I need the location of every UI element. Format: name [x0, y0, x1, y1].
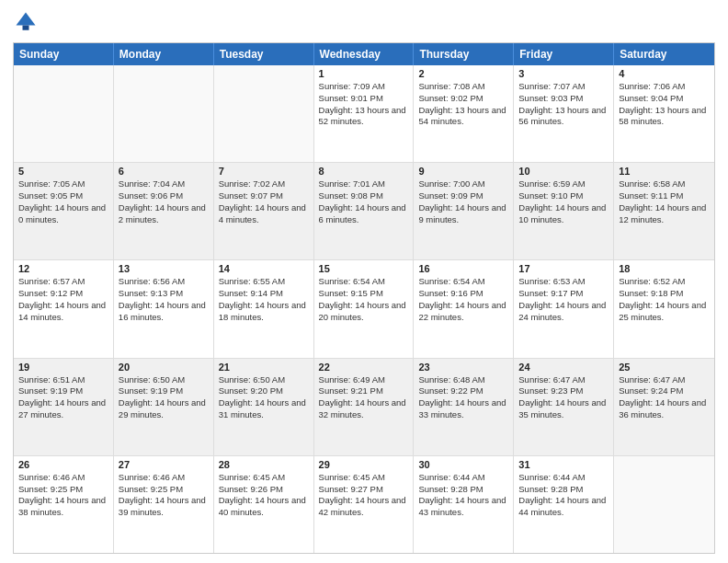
cell-info: Sunrise: 6:44 AMSunset: 9:28 PMDaylight:… — [418, 472, 508, 519]
day-number: 17 — [518, 263, 609, 274]
calendar-cell: 24Sunrise: 6:47 AMSunset: 9:23 PMDayligh… — [514, 359, 614, 455]
day-number: 8 — [319, 166, 409, 177]
day-number: 12 — [18, 263, 108, 274]
day-number: 3 — [518, 68, 609, 79]
day-number: 9 — [418, 166, 508, 177]
header-day-thursday: Thursday — [414, 43, 514, 65]
calendar-cell: 26Sunrise: 6:46 AMSunset: 9:25 PMDayligh… — [14, 456, 114, 553]
calendar-cell: 17Sunrise: 6:53 AMSunset: 9:17 PMDayligh… — [514, 260, 614, 357]
day-number: 11 — [619, 166, 710, 177]
cell-info: Sunrise: 6:49 AMSunset: 9:21 PMDaylight:… — [319, 374, 409, 421]
calendar-cell: 16Sunrise: 6:54 AMSunset: 9:16 PMDayligh… — [414, 260, 514, 357]
day-number: 25 — [619, 362, 710, 373]
day-number: 5 — [18, 166, 108, 177]
cell-info: Sunrise: 6:45 AMSunset: 9:26 PMDaylight:… — [219, 472, 309, 519]
cell-info: Sunrise: 6:50 AMSunset: 9:20 PMDaylight:… — [219, 374, 309, 421]
day-number: 15 — [319, 263, 409, 274]
day-number: 21 — [219, 362, 309, 373]
calendar-row-1: 5Sunrise: 7:05 AMSunset: 9:05 PMDaylight… — [14, 162, 714, 259]
calendar-cell: 15Sunrise: 6:54 AMSunset: 9:15 PMDayligh… — [314, 260, 415, 357]
calendar-cell: 21Sunrise: 6:50 AMSunset: 9:20 PMDayligh… — [214, 359, 314, 455]
calendar-row-2: 12Sunrise: 6:57 AMSunset: 9:12 PMDayligh… — [14, 259, 714, 357]
cell-info: Sunrise: 7:04 AMSunset: 9:06 PMDaylight:… — [119, 178, 209, 225]
cell-info: Sunrise: 6:46 AMSunset: 9:25 PMDaylight:… — [119, 472, 209, 519]
header — [13, 9, 715, 35]
header-day-friday: Friday — [514, 43, 614, 65]
day-number: 10 — [518, 166, 609, 177]
calendar-cell: 28Sunrise: 6:45 AMSunset: 9:26 PMDayligh… — [214, 456, 314, 553]
day-number: 20 — [119, 362, 209, 373]
cell-info: Sunrise: 6:52 AMSunset: 9:18 PMDaylight:… — [619, 276, 710, 323]
calendar-cell: 29Sunrise: 6:45 AMSunset: 9:27 PMDayligh… — [314, 456, 415, 553]
calendar-cell: 18Sunrise: 6:52 AMSunset: 9:18 PMDayligh… — [614, 260, 714, 357]
calendar-cell: 6Sunrise: 7:04 AMSunset: 9:06 PMDaylight… — [114, 163, 214, 259]
calendar-cell: 3Sunrise: 7:07 AMSunset: 9:03 PMDaylight… — [514, 65, 614, 162]
calendar-cell: 5Sunrise: 7:05 AMSunset: 9:05 PMDaylight… — [14, 163, 114, 259]
calendar-cell: 30Sunrise: 6:44 AMSunset: 9:28 PMDayligh… — [414, 456, 514, 553]
calendar-row-4: 26Sunrise: 6:46 AMSunset: 9:25 PMDayligh… — [14, 455, 714, 553]
calendar-cell — [614, 456, 714, 553]
cell-info: Sunrise: 7:05 AMSunset: 9:05 PMDaylight:… — [18, 178, 108, 225]
cell-info: Sunrise: 6:59 AMSunset: 9:10 PMDaylight:… — [518, 178, 609, 225]
cell-info: Sunrise: 6:45 AMSunset: 9:27 PMDaylight:… — [319, 472, 409, 519]
cell-info: Sunrise: 6:54 AMSunset: 9:16 PMDaylight:… — [418, 276, 508, 323]
calendar-cell: 13Sunrise: 6:56 AMSunset: 9:13 PMDayligh… — [114, 260, 214, 357]
calendar-cell: 22Sunrise: 6:49 AMSunset: 9:21 PMDayligh… — [314, 359, 415, 455]
cell-info: Sunrise: 6:58 AMSunset: 9:11 PMDaylight:… — [619, 178, 710, 225]
calendar-cell: 20Sunrise: 6:50 AMSunset: 9:19 PMDayligh… — [114, 359, 214, 455]
day-number: 18 — [619, 263, 710, 274]
day-number: 31 — [518, 459, 609, 470]
calendar-cell: 31Sunrise: 6:44 AMSunset: 9:28 PMDayligh… — [514, 456, 614, 553]
day-number: 1 — [319, 68, 409, 79]
cell-info: Sunrise: 7:00 AMSunset: 9:09 PMDaylight:… — [418, 178, 508, 225]
calendar-cell: 9Sunrise: 7:00 AMSunset: 9:09 PMDaylight… — [414, 163, 514, 259]
logo — [13, 9, 42, 35]
day-number: 6 — [119, 166, 209, 177]
day-number: 27 — [119, 459, 209, 470]
calendar-cell: 11Sunrise: 6:58 AMSunset: 9:11 PMDayligh… — [614, 163, 714, 259]
day-number: 13 — [119, 263, 209, 274]
calendar: SundayMondayTuesdayWednesdayThursdayFrid… — [13, 42, 715, 554]
calendar-body: 1Sunrise: 7:09 AMSunset: 9:01 PMDaylight… — [14, 65, 714, 553]
header-day-wednesday: Wednesday — [314, 43, 415, 65]
logo-icon — [13, 9, 39, 35]
page: SundayMondayTuesdayWednesdayThursdayFrid… — [0, 0, 728, 563]
calendar-cell: 2Sunrise: 7:08 AMSunset: 9:02 PMDaylight… — [414, 65, 514, 162]
svg-rect-1 — [23, 26, 29, 30]
calendar-cell: 12Sunrise: 6:57 AMSunset: 9:12 PMDayligh… — [14, 260, 114, 357]
calendar-cell: 23Sunrise: 6:48 AMSunset: 9:22 PMDayligh… — [414, 359, 514, 455]
cell-info: Sunrise: 7:01 AMSunset: 9:08 PMDaylight:… — [319, 178, 409, 225]
calendar-cell — [214, 65, 314, 162]
day-number: 14 — [219, 263, 309, 274]
calendar-cell — [114, 65, 214, 162]
cell-info: Sunrise: 6:46 AMSunset: 9:25 PMDaylight:… — [18, 472, 108, 519]
header-day-monday: Monday — [114, 43, 214, 65]
day-number: 23 — [418, 362, 508, 373]
day-number: 28 — [219, 459, 309, 470]
calendar-cell: 10Sunrise: 6:59 AMSunset: 9:10 PMDayligh… — [514, 163, 614, 259]
calendar-cell: 27Sunrise: 6:46 AMSunset: 9:25 PMDayligh… — [114, 456, 214, 553]
cell-info: Sunrise: 6:57 AMSunset: 9:12 PMDaylight:… — [18, 276, 108, 323]
cell-info: Sunrise: 7:09 AMSunset: 9:01 PMDaylight:… — [319, 81, 409, 128]
day-number: 29 — [319, 459, 409, 470]
header-day-sunday: Sunday — [14, 43, 114, 65]
cell-info: Sunrise: 6:53 AMSunset: 9:17 PMDaylight:… — [518, 276, 609, 323]
calendar-cell: 7Sunrise: 7:02 AMSunset: 9:07 PMDaylight… — [214, 163, 314, 259]
day-number: 26 — [18, 459, 108, 470]
cell-info: Sunrise: 6:44 AMSunset: 9:28 PMDaylight:… — [518, 472, 609, 519]
calendar-cell: 8Sunrise: 7:01 AMSunset: 9:08 PMDaylight… — [314, 163, 415, 259]
cell-info: Sunrise: 6:48 AMSunset: 9:22 PMDaylight:… — [418, 374, 508, 421]
day-number: 19 — [18, 362, 108, 373]
cell-info: Sunrise: 6:50 AMSunset: 9:19 PMDaylight:… — [119, 374, 209, 421]
cell-info: Sunrise: 7:07 AMSunset: 9:03 PMDaylight:… — [518, 81, 609, 128]
day-number: 22 — [319, 362, 409, 373]
day-number: 7 — [219, 166, 309, 177]
cell-info: Sunrise: 7:06 AMSunset: 9:04 PMDaylight:… — [619, 81, 710, 128]
calendar-header: SundayMondayTuesdayWednesdayThursdayFrid… — [14, 43, 714, 65]
calendar-cell: 19Sunrise: 6:51 AMSunset: 9:19 PMDayligh… — [14, 359, 114, 455]
cell-info: Sunrise: 6:47 AMSunset: 9:23 PMDaylight:… — [518, 374, 609, 421]
cell-info: Sunrise: 6:54 AMSunset: 9:15 PMDaylight:… — [319, 276, 409, 323]
day-number: 2 — [418, 68, 508, 79]
cell-info: Sunrise: 7:08 AMSunset: 9:02 PMDaylight:… — [418, 81, 508, 128]
svg-marker-0 — [17, 13, 36, 26]
